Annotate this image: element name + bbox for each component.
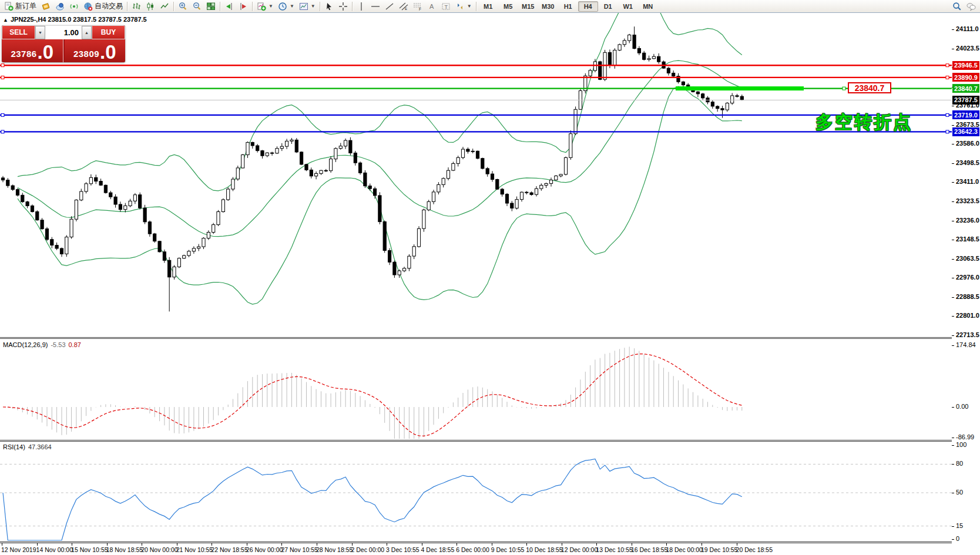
market-watch-button[interactable] [39, 1, 53, 12]
candlestick-chart-button[interactable] [143, 1, 157, 12]
timeframe-button-m15[interactable]: M15 [518, 1, 538, 12]
price-axis-tick-label: 23411.0 [956, 178, 979, 185]
volume-decrease-button[interactable]: ▼ [35, 26, 45, 39]
vertical-line-button[interactable] [354, 1, 368, 12]
timeframe-button-h1[interactable]: H1 [558, 1, 578, 12]
main-chart-canvas[interactable] [0, 13, 952, 337]
trading-terminal-window: 新订单 自动交易 [0, 0, 980, 555]
sell-price[interactable]: 23786 .0 [2, 39, 63, 62]
sell-price-frac: .0 [38, 43, 54, 62]
macd-axis-label: 0.00 [956, 403, 968, 410]
chart-shift-button[interactable] [236, 1, 250, 12]
signals-button[interactable] [67, 1, 81, 12]
sell-price-int: 23786 [11, 49, 36, 59]
zoom-in-icon [178, 2, 187, 11]
buy-price[interactable]: 23809 .0 [65, 39, 126, 62]
indicators-button[interactable]: ▼ [254, 1, 276, 12]
templates-button[interactable]: ▼ [297, 1, 318, 12]
channel-button[interactable]: E [397, 1, 411, 12]
fibonacci-button[interactable]: F [411, 1, 425, 12]
market-watch-icon [41, 2, 51, 11]
data-window-icon [55, 2, 65, 11]
cursor-button[interactable] [322, 1, 336, 12]
horizontal-line-button[interactable] [368, 1, 382, 12]
crosshair-button[interactable] [336, 1, 350, 12]
timeframe-button-m30[interactable]: M30 [538, 1, 558, 12]
periods-button[interactable]: ▼ [276, 1, 297, 12]
macd-pane-canvas[interactable] [0, 339, 952, 440]
timeframe-button-mn[interactable]: MN [638, 1, 658, 12]
time-axis[interactable]: 12 Nov 201914 Nov 00:0015 Nov 10:5518 No… [0, 543, 980, 555]
timeframe-button-m1[interactable]: M1 [478, 1, 498, 12]
volume-increase-button[interactable]: ▲ [82, 26, 92, 39]
highlight-segment[interactable] [676, 86, 804, 90]
trendline-button[interactable] [382, 1, 397, 12]
autotrade-button[interactable]: 自动交易 [81, 1, 125, 12]
sell-button[interactable]: SELL [2, 25, 35, 39]
toolbar-separator [173, 2, 174, 11]
price-axis-tick-label: 23063.5 [956, 255, 979, 262]
timeframe-toolbar: M1M5M15M30H1H4D1W1MN [478, 1, 658, 12]
timeframe-button-m5[interactable]: M5 [498, 1, 518, 12]
price-tag-annotation[interactable]: 23840.7 [848, 82, 891, 93]
text-label-icon: T [441, 2, 451, 11]
pane-separator[interactable] [0, 440, 980, 442]
vertical-line-icon [357, 2, 366, 11]
price-axis-tick-label: 23323.5 [956, 197, 979, 204]
line-handle[interactable] [1, 76, 4, 79]
time-axis-tick [596, 543, 597, 546]
tile-windows-icon [206, 2, 216, 11]
line-handle[interactable] [1, 64, 4, 67]
timeframe-button-w1[interactable]: W1 [618, 1, 638, 12]
line-handle[interactable] [946, 64, 949, 67]
auto-scroll-button[interactable] [222, 1, 236, 12]
text-button[interactable]: A [425, 1, 439, 12]
turning-point-annotation[interactable]: 多空转折点 [815, 110, 912, 134]
chat-icon[interactable] [966, 2, 976, 11]
line-handle[interactable] [946, 130, 949, 133]
line-handle[interactable] [946, 76, 949, 79]
line-handle[interactable] [1, 113, 4, 116]
tile-windows-button[interactable] [204, 1, 218, 12]
timeframe-button-d1[interactable]: D1 [598, 1, 618, 12]
templates-icon [299, 2, 308, 11]
time-axis-tick [212, 543, 212, 546]
zoom-in-button[interactable] [176, 1, 190, 12]
panel-collapse-icon[interactable]: ▲ [3, 17, 8, 23]
price-axis[interactable]: 24111.024023.523936.023848.523761.023673… [952, 13, 980, 543]
toolbar-separator [352, 2, 353, 11]
volume-stepper: ▼ 1.00 ▲ [35, 25, 92, 39]
text-icon: A [427, 2, 437, 11]
time-axis-tick [281, 543, 282, 546]
new-order-label: 新订单 [15, 1, 36, 11]
bar-chart-icon [132, 2, 141, 11]
data-window-button[interactable] [53, 1, 67, 12]
bar-chart-button[interactable] [129, 1, 143, 12]
timeframe-button-h4[interactable]: H4 [578, 1, 598, 12]
time-axis-label: 6 Dec 00:00 [456, 546, 489, 553]
line-handle[interactable] [843, 87, 845, 90]
price-tag-23787.5: 23787.5 [952, 96, 979, 105]
rsi-pane-canvas[interactable] [0, 442, 952, 541]
line-chart-button[interactable] [157, 1, 172, 12]
rsi-axis-label: 100 [956, 441, 966, 448]
search-icon[interactable] [952, 2, 962, 11]
line-handle[interactable] [946, 113, 949, 116]
volume-value[interactable]: 1.00 [45, 26, 82, 39]
arrows-button[interactable]: ▼ [453, 1, 474, 12]
zoom-out-button[interactable] [190, 1, 204, 12]
price-axis-tick [952, 297, 954, 298]
price-axis-tick-label: 22801.0 [956, 312, 979, 319]
autotrade-label: 自动交易 [95, 1, 123, 11]
chart-title: ▲JPN225-,H4 23815.0 23817.5 23787.5 2378… [3, 16, 147, 23]
buy-button[interactable]: BUY [92, 25, 125, 39]
time-axis-tick [526, 543, 527, 546]
rsi-axis-tick [952, 493, 954, 493]
new-order-button[interactable]: 新订单 [2, 1, 39, 12]
pane-separator[interactable] [0, 337, 980, 339]
price-axis-tick [952, 29, 954, 30]
signals-icon [69, 2, 79, 11]
line-handle[interactable] [1, 130, 4, 133]
text-label-button[interactable]: T [439, 1, 453, 12]
fibonacci-icon: F [413, 2, 422, 11]
